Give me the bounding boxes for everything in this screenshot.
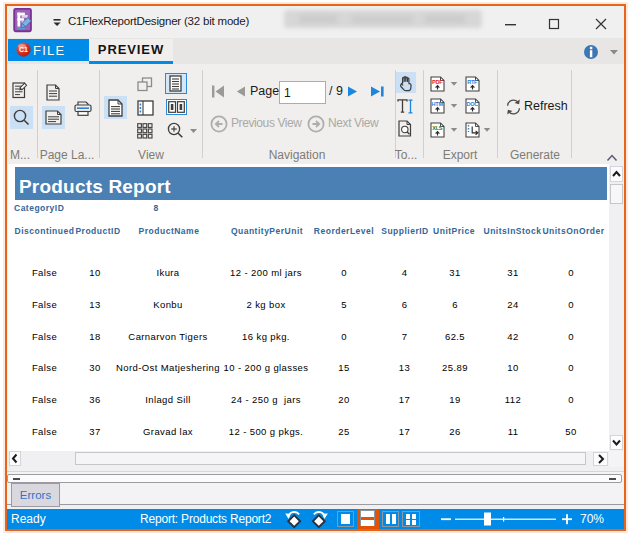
svg-text:PDF: PDF	[432, 79, 443, 85]
svg-text:XLS: XLS	[432, 125, 443, 131]
svg-text:HTM: HTM	[432, 101, 444, 107]
svg-text:DOC: DOC	[466, 101, 478, 107]
svg-text:C1: C1	[19, 46, 28, 53]
svg-text:RTF: RTF	[467, 79, 478, 85]
